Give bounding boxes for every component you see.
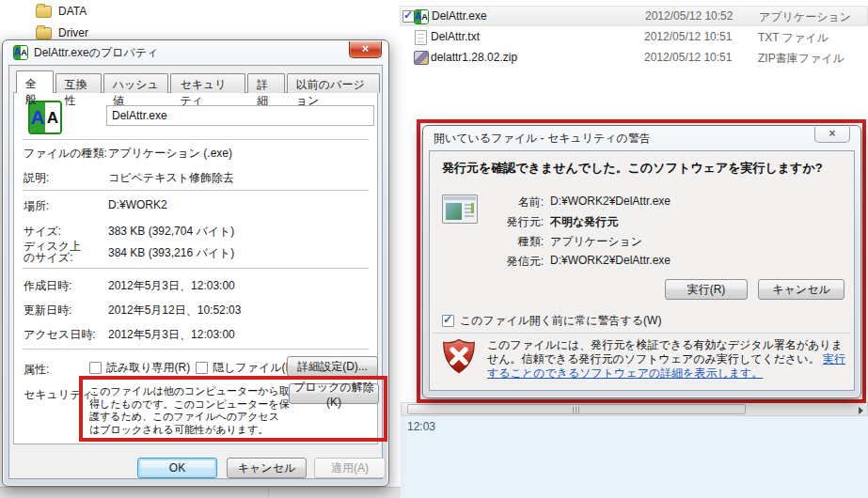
field-value: 383 KB (392,704 バイト) bbox=[108, 224, 234, 240]
always-warn-row: ✓ このファイル開く前に常に警告する(W) bbox=[442, 313, 661, 329]
check-icon: ✓ bbox=[443, 313, 452, 326]
cancel-button[interactable]: キャンセル bbox=[227, 458, 307, 478]
field-label: 更新日時: bbox=[24, 303, 71, 319]
folder-icon bbox=[36, 6, 52, 18]
close-button[interactable]: × bbox=[349, 41, 382, 58]
close-button[interactable]: × bbox=[814, 127, 850, 143]
statusbar-strip bbox=[0, 487, 401, 498]
field-value: 384 KB (393,216 バイト) bbox=[108, 245, 234, 261]
advanced-button[interactable]: 詳細設定(D)... bbox=[287, 356, 378, 377]
readonly-checkbox[interactable] bbox=[89, 362, 102, 374]
tab-hash[interactable]: ハッシュ値 bbox=[103, 73, 169, 93]
field-value: 2012年5月3日、12:03:00 bbox=[108, 278, 235, 294]
delattr-app-icon: AA bbox=[13, 45, 28, 60]
properties-dialog: AA DelAttr.exeのプロパティ × 全般 互換性 ハッシュ値 セキュリ… bbox=[2, 39, 389, 487]
file-date: 2012/05/12 10:51 bbox=[644, 51, 732, 64]
tab-previous-versions[interactable]: 以前のバージョン bbox=[287, 73, 380, 93]
file-date: 2012/05/12 10:52 bbox=[645, 9, 733, 23]
field-value: D:¥WORK2¥DelAttr.exe bbox=[550, 195, 671, 208]
scroll-right-arrow-icon[interactable] bbox=[859, 407, 863, 414]
zip-file-icon bbox=[414, 51, 429, 65]
dialog-client: 発行元を確認できませんでした。このソフトウェアを実行しますか? 名前: D:¥W… bbox=[429, 150, 855, 391]
scrollbar-thumb[interactable] bbox=[407, 404, 746, 414]
separator bbox=[433, 333, 851, 334]
field-label: 説明: bbox=[24, 170, 49, 186]
field-label: 名前: bbox=[440, 195, 544, 210]
warning-note: このファイルには、発行元を検証できる有効なデジタル署名がありません。信頼できる発… bbox=[487, 338, 849, 381]
text-file-icon bbox=[415, 30, 427, 45]
filename-input[interactable] bbox=[106, 105, 374, 126]
always-warn-label: このファイル開く前に常に警告する(W) bbox=[460, 313, 661, 329]
dialog-title: 開いているファイル - セキュリティの警告 bbox=[434, 131, 651, 147]
file-row-delattr-txt[interactable]: DelAttr.txt 2012/05/12 10:51 TXT ファイル bbox=[400, 27, 868, 48]
separator bbox=[23, 268, 369, 269]
security-shield-icon bbox=[440, 337, 478, 375]
folder-icon bbox=[36, 27, 52, 39]
dialog-title: DelAttr.exeのプロパティ bbox=[34, 45, 158, 61]
file-name: delattr1.28.02.zip bbox=[431, 51, 517, 64]
warning-note-text: このファイルには、発行元を検証できる有効なデジタル署名がありません。信頼できる発… bbox=[487, 338, 843, 366]
apply-button[interactable]: 適用(A) bbox=[314, 458, 386, 478]
tree-item-label: Driver bbox=[58, 26, 88, 39]
readonly-checkbox-row: 読み取り専用(R) bbox=[89, 360, 190, 376]
general-tab-page: AA ファイルの種類: アプリケーション (.exe) 説明: コピペテキスト修… bbox=[13, 92, 378, 444]
field-value: コピペテキスト修飾除去 bbox=[108, 170, 234, 186]
file-name: DelAttr.txt bbox=[431, 30, 480, 43]
field-label: サイズ: bbox=[24, 224, 61, 240]
file-type: ZIP書庫ファイル bbox=[758, 51, 844, 67]
field-label: セキュリティ: bbox=[24, 387, 96, 403]
file-type: アプリケーション bbox=[759, 9, 851, 25]
separator bbox=[23, 349, 369, 350]
warning-heading: 発行元を確認できませんでした。このソフトウェアを実行しますか? bbox=[442, 160, 823, 177]
field-label: 種類: bbox=[440, 234, 544, 250]
field-value: 不明な発行元 bbox=[550, 214, 618, 230]
file-date: 2012/05/12 10:51 bbox=[644, 30, 732, 43]
tab-details[interactable]: 詳細 bbox=[247, 73, 285, 93]
details-pane: 12:03 bbox=[401, 416, 868, 498]
scrollbar-grip-icon bbox=[573, 407, 581, 413]
readonly-label: 読み取り専用(R) bbox=[106, 360, 190, 376]
field-label: 発信元: bbox=[440, 254, 544, 270]
unblock-button[interactable]: ブロックの解除(K) bbox=[289, 383, 379, 404]
field-value: アプリケーション (.exe) bbox=[108, 146, 232, 162]
ok-button[interactable]: OK bbox=[137, 458, 217, 478]
security-blocked-text: このファイルは他のコンピューターから取得したものです。このコンピューターを保護す… bbox=[89, 385, 290, 436]
field-value: 2012年5月3日、12:03:00 bbox=[108, 327, 235, 343]
file-type: TXT ファイル bbox=[758, 30, 829, 46]
properties-titlebar[interactable]: AA DelAttr.exeのプロパティ bbox=[3, 40, 388, 65]
run-button[interactable]: 実行(R) bbox=[665, 279, 748, 300]
check-icon: ✓ bbox=[403, 8, 413, 22]
always-warn-checkbox[interactable]: ✓ bbox=[442, 315, 454, 327]
field-value: D:¥WORK2 bbox=[108, 198, 167, 211]
cancel-button[interactable]: キャンセル bbox=[758, 279, 844, 300]
tree-item-data[interactable]: DATA bbox=[36, 3, 87, 20]
tree-item-label: DATA bbox=[58, 5, 87, 18]
separator bbox=[23, 190, 369, 191]
hidden-checkbox-row: 隠しファイル(H) bbox=[196, 360, 297, 376]
hidden-label: 隠しファイル(H) bbox=[213, 360, 297, 376]
field-label: 作成日時: bbox=[24, 278, 71, 294]
field-label: ファイルの種類: bbox=[24, 146, 107, 162]
field-label: 属性: bbox=[24, 362, 49, 378]
warning-titlebar[interactable]: 開いているファイル - セキュリティの警告 bbox=[423, 126, 860, 150]
separator bbox=[23, 139, 369, 140]
details-time: 12:03 bbox=[407, 420, 435, 433]
field-label: ディスク上 のサイズ: bbox=[24, 241, 81, 263]
hidden-checkbox[interactable] bbox=[196, 362, 208, 374]
field-value: 2012年5月12日、10:52:03 bbox=[108, 303, 241, 319]
file-row-delattr-exe[interactable]: ✓ AA DelAttr.exe 2012/05/12 10:52 アプリケーシ… bbox=[400, 6, 868, 26]
field-value: アプリケーション bbox=[550, 234, 642, 250]
field-label: 発行元: bbox=[440, 214, 544, 230]
file-name: DelAttr.exe bbox=[432, 9, 487, 23]
delattr-app-icon: AA bbox=[414, 9, 429, 24]
field-label: 場所: bbox=[24, 198, 49, 214]
tab-compatibility[interactable]: 互換性 bbox=[55, 73, 102, 93]
dialog-client: 全般 互換性 ハッシュ値 セキュリティ 詳細 以前のバージョン AA ファイルの… bbox=[8, 65, 383, 479]
tab-security[interactable]: セキュリティ bbox=[170, 73, 245, 93]
file-row-zip[interactable]: delattr1.28.02.zip 2012/05/12 10:51 ZIP書… bbox=[400, 48, 868, 69]
horizontal-scrollbar[interactable] bbox=[401, 402, 868, 416]
tab-strip: 全般 互換性 ハッシュ値 セキュリティ 詳細 以前のバージョン bbox=[16, 71, 382, 93]
tab-general[interactable]: 全般 bbox=[16, 70, 54, 93]
security-warning-dialog: 開いているファイル - セキュリティの警告 × 発行元を確認できませんでした。こ… bbox=[422, 125, 861, 398]
field-value: D:¥WORK2¥DelAttr.exe bbox=[550, 254, 671, 267]
